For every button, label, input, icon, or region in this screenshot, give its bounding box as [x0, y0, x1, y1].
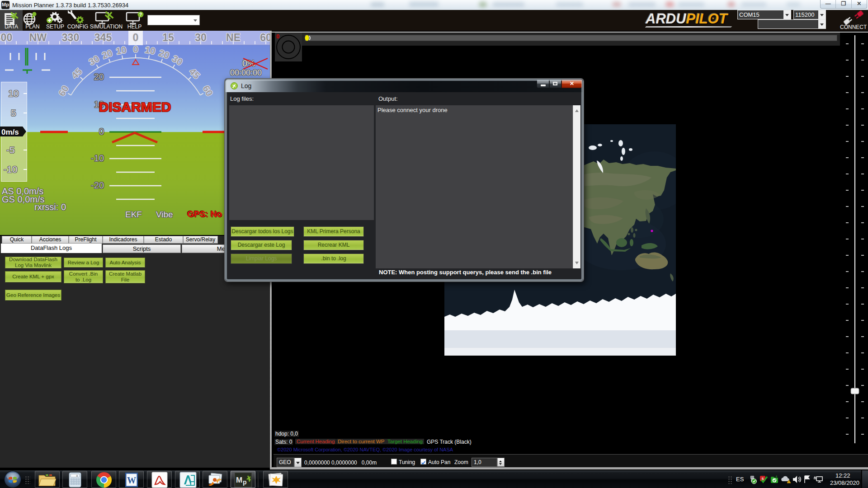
svg-text:60: 60 — [56, 84, 71, 98]
svg-text:10: 10 — [144, 44, 156, 56]
svg-text:W: W — [127, 475, 136, 485]
svg-text:20: 20 — [100, 47, 114, 61]
svg-text:10: 10 — [115, 44, 127, 56]
svg-text:0m/s: 0m/s — [1, 128, 19, 136]
svg-text:30: 30 — [87, 53, 101, 67]
svg-text:30: 30 — [170, 53, 184, 67]
svg-text:60: 60 — [201, 84, 215, 98]
svg-text:20: 20 — [157, 47, 171, 61]
svg-text:!: ! — [788, 480, 789, 483]
svg-text:0: 0 — [133, 44, 138, 54]
svg-text:M: M — [236, 476, 242, 484]
svg-text:p: p — [243, 479, 247, 486]
svg-text:?: ? — [139, 12, 142, 17]
